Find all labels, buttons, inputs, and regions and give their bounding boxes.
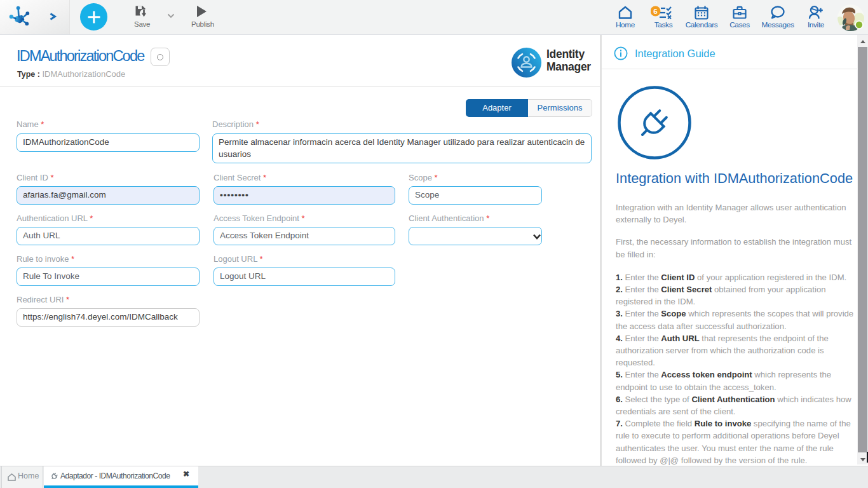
- svg-text:6: 6: [653, 8, 657, 15]
